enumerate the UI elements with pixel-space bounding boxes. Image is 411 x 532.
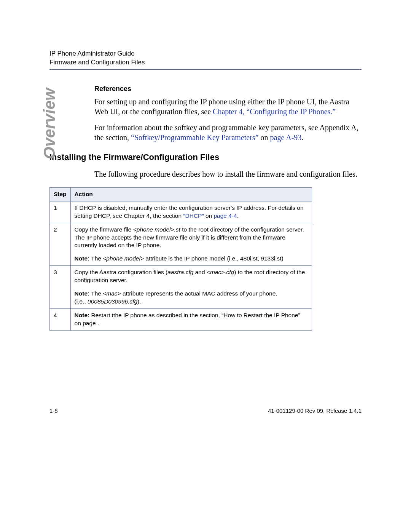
step-num: 4 <box>50 309 71 331</box>
page-footer: 1-8 41-001129-00 Rev 09, Release 1.4.1 <box>49 407 362 414</box>
text: and <box>193 269 206 275</box>
text: Copy the Aastra configuration files ( <box>75 269 168 275</box>
col-step: Step <box>50 187 71 201</box>
italic-text: aastra.cfg <box>167 269 193 275</box>
header-title: IP Phone Administrator Guide <box>49 50 362 58</box>
header-subtitle: Firmware and Configuration Files <box>49 58 362 67</box>
references-para-1: For setting up and configuring the IP ph… <box>94 97 362 117</box>
table-row: 4 Note: Restart tthe IP phone as describ… <box>50 309 312 331</box>
text: Copy the firmware file <box>75 226 133 233</box>
italic-text: <phone model> <box>103 255 144 262</box>
text: attribute is the IP phone model (i.e., 4… <box>144 255 284 262</box>
italic-text: <phone model>.st <box>133 226 180 233</box>
text: ). <box>137 298 141 305</box>
side-tab-label: Overview <box>40 88 59 159</box>
references-para-2: For information about the softkey and pr… <box>94 123 362 142</box>
col-action: Action <box>70 187 312 201</box>
link-configuring-ip-phones[interactable]: Chapter 4, “Configuring the IP Phones.” <box>213 107 336 116</box>
note-label: Note: <box>75 290 90 297</box>
document-page: IP Phone Administrator Guide Firmware an… <box>0 0 411 532</box>
references-block: References For setting up and configurin… <box>94 85 362 142</box>
step-num: 3 <box>50 266 71 309</box>
header-rule <box>49 69 362 70</box>
link-softkey-params[interactable]: “Softkey/Programmable Key Parameters” <box>131 133 258 142</box>
table-row: 3 Copy the Aastra configuration files (a… <box>50 266 312 309</box>
table-row: 1 If DHCP is disabled, manually enter th… <box>50 201 312 223</box>
link-page-a93[interactable]: page A-93 <box>270 133 302 142</box>
step-action: Copy the firmware file <phone model>.st … <box>70 223 312 266</box>
step-action: Note: Restart tthe IP phone as described… <box>70 309 312 331</box>
text: on <box>204 212 214 219</box>
text: The <box>89 290 103 297</box>
page-number: 1-8 <box>49 407 58 414</box>
step-num: 2 <box>50 223 71 266</box>
table-header-row: Step Action <box>50 187 312 201</box>
steps-table: Step Action 1 If DHCP is disabled, manua… <box>49 187 312 331</box>
text: . <box>237 212 239 219</box>
references-heading: References <box>94 85 362 93</box>
text: attribute represents the actual MAC addr… <box>121 290 277 297</box>
table-row: 2 Copy the firmware file <phone model>.s… <box>50 223 312 266</box>
text: The <box>89 255 103 262</box>
section-heading: Installing the Firmware/Configuration Fi… <box>49 152 362 162</box>
link-page-4-4[interactable]: page 4-4 <box>213 212 237 219</box>
text: (i.e., <box>75 298 88 305</box>
section-installing: Installing the Firmware/Configuration Fi… <box>49 152 362 331</box>
doc-id: 41-001129-00 Rev 09, Release 1.4.1 <box>268 407 362 414</box>
step-num: 1 <box>50 201 71 223</box>
note-label: Note: <box>75 312 90 318</box>
page-header: IP Phone Administrator Guide Firmware an… <box>49 50 362 67</box>
text: on <box>259 133 270 142</box>
step-action: If DHCP is disabled, manually enter the … <box>70 201 312 223</box>
italic-text: <mac>.cfg <box>207 269 234 275</box>
italic-text: 00085D030996.cfg <box>88 298 137 305</box>
step-action: Copy the Aastra configuration files (aas… <box>70 266 312 309</box>
text: Restart tthe IP phone as described in th… <box>75 312 300 326</box>
italic-text: <mac> <box>103 290 121 297</box>
link-dhcp[interactable]: “DHCP” <box>183 212 204 219</box>
section-intro: The following procedure describes how to… <box>94 169 362 179</box>
text: . <box>301 133 303 142</box>
note-label: Note: <box>75 255 90 262</box>
